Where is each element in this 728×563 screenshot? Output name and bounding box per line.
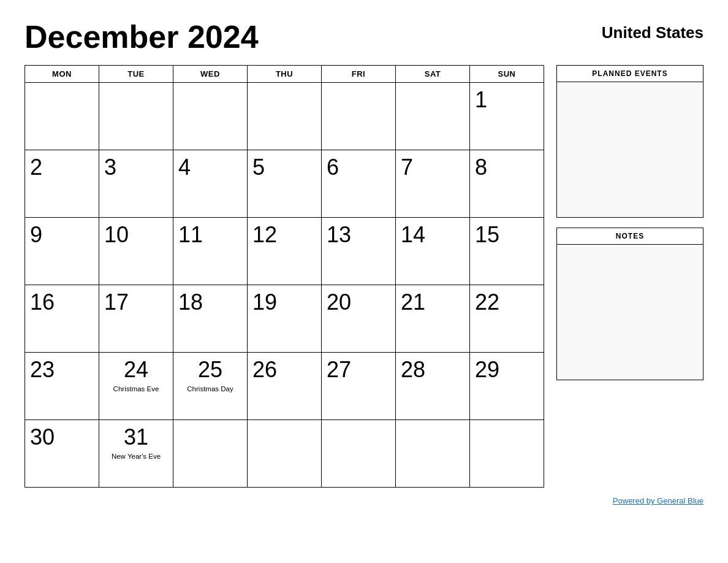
calendar-cell <box>248 420 322 488</box>
day-number: 23 <box>30 356 55 383</box>
calendar-cell <box>322 420 396 488</box>
day-number: 22 <box>475 289 499 315</box>
calendar-cell: 10 <box>99 218 173 285</box>
day-number: 26 <box>252 356 277 383</box>
calendar-cell: 17 <box>99 285 173 353</box>
day-number: 27 <box>327 356 351 383</box>
calendar-cell: 9 <box>25 218 99 285</box>
day-number: 30 <box>30 424 55 450</box>
calendar-cell: 3 <box>99 150 173 218</box>
calendar-week-row: 16171819202122 <box>25 285 544 353</box>
day-header-thu: THU <box>248 66 322 83</box>
holiday-label: Christmas Day <box>187 385 233 393</box>
day-number: 10 <box>104 221 129 248</box>
day-number: 14 <box>401 221 425 248</box>
planned-events-title: PLANNED EVENTS <box>557 66 703 82</box>
calendar-cell: 22 <box>470 285 544 353</box>
calendar-cell: 31New Year's Eve <box>99 420 173 488</box>
calendar-cell: 11 <box>173 218 248 285</box>
calendar-week-row: 2345678 <box>25 150 544 218</box>
calendar-week-row: 9101112131415 <box>25 218 544 285</box>
day-number: 29 <box>475 356 499 383</box>
month-title: December 2024 <box>25 18 259 55</box>
calendar-cell: 15 <box>470 218 544 285</box>
calendar-section: MONTUEWEDTHUFRISATSUN 123456789101112131… <box>25 65 544 488</box>
day-number: 12 <box>252 221 277 248</box>
day-number: 17 <box>104 289 129 315</box>
calendar-cell: 18 <box>173 285 248 353</box>
day-number: 13 <box>327 221 351 248</box>
calendar-cell: 13 <box>322 218 396 285</box>
days-header-row: MONTUEWEDTHUFRISATSUN <box>25 66 544 83</box>
day-number: 24 <box>124 356 148 383</box>
calendar-cell <box>470 420 544 488</box>
day-number: 11 <box>178 221 203 248</box>
day-number: 31 <box>124 424 148 450</box>
calendar-cell: 20 <box>322 285 396 353</box>
powered-by-link[interactable]: Powered by General Blue <box>613 496 703 505</box>
day-header-fri: FRI <box>322 66 396 83</box>
footer: Powered by General Blue <box>25 496 703 505</box>
day-number: 1 <box>475 86 487 113</box>
notes-box: NOTES <box>556 228 703 380</box>
day-number: 8 <box>475 154 487 180</box>
calendar-cell <box>99 83 173 150</box>
calendar-cell: 25Christmas Day <box>173 353 248 420</box>
calendar-cell: 5 <box>248 150 322 218</box>
calendar-cell <box>322 83 396 150</box>
day-number: 28 <box>401 356 425 383</box>
calendar-cell: 4 <box>173 150 248 218</box>
day-number: 18 <box>178 289 203 315</box>
calendar-week-row: 3031New Year's Eve <box>25 420 544 488</box>
country-title: United States <box>602 18 703 42</box>
day-header-mon: MON <box>25 66 99 83</box>
calendar-cell: 24Christmas Eve <box>99 353 173 420</box>
day-number: 20 <box>327 289 351 315</box>
day-header-wed: WED <box>173 66 248 83</box>
day-number: 6 <box>327 154 339 180</box>
day-number: 19 <box>252 289 277 315</box>
calendar-cell: 12 <box>248 218 322 285</box>
notes-title: NOTES <box>557 228 703 245</box>
day-number: 9 <box>30 221 42 248</box>
day-number: 15 <box>475 221 499 248</box>
day-number: 4 <box>178 154 191 180</box>
calendar-cell: 7 <box>396 150 470 218</box>
calendar-cell <box>25 83 99 150</box>
calendar-cell: 30 <box>25 420 99 488</box>
notes-content <box>557 245 703 380</box>
day-number: 2 <box>30 154 42 180</box>
calendar-cell: 16 <box>25 285 99 353</box>
calendar-cell: 21 <box>396 285 470 353</box>
calendar-cell: 26 <box>248 353 322 420</box>
calendar-cell: 2 <box>25 150 99 218</box>
page-header: December 2024 United States <box>25 18 703 55</box>
calendar-cell: 6 <box>322 150 396 218</box>
calendar-cell: 28 <box>396 353 470 420</box>
planned-events-box: PLANNED EVENTS <box>556 65 703 218</box>
calendar-cell: 14 <box>396 218 470 285</box>
day-header-sun: SUN <box>470 66 544 83</box>
calendar-cell <box>173 420 248 488</box>
calendar-cell <box>396 420 470 488</box>
calendar-cell: 1 <box>470 83 544 150</box>
day-number: 5 <box>252 154 265 180</box>
main-layout: MONTUEWEDTHUFRISATSUN 123456789101112131… <box>25 65 703 488</box>
day-number: 25 <box>198 356 222 383</box>
calendar-table: MONTUEWEDTHUFRISATSUN 123456789101112131… <box>25 65 544 488</box>
calendar-cell: 8 <box>470 150 544 218</box>
sidebar-section: PLANNED EVENTS NOTES <box>556 65 703 380</box>
calendar-cell: 23 <box>25 353 99 420</box>
calendar-cell <box>173 83 248 150</box>
calendar-cell: 19 <box>248 285 322 353</box>
calendar-week-row: 2324Christmas Eve25Christmas Day26272829 <box>25 353 544 420</box>
holiday-label: Christmas Eve <box>113 385 159 393</box>
day-number: 21 <box>401 289 425 315</box>
day-number: 3 <box>104 154 116 180</box>
day-number: 16 <box>30 289 55 315</box>
calendar-cell: 27 <box>322 353 396 420</box>
calendar-cell <box>248 83 322 150</box>
planned-events-content <box>557 82 703 217</box>
calendar-cell: 29 <box>470 353 544 420</box>
holiday-label: New Year's Eve <box>112 453 161 460</box>
